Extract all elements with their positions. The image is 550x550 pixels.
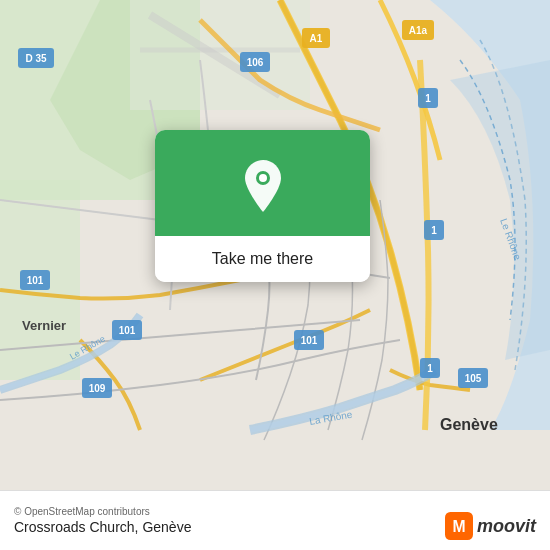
svg-text:106: 106: [247, 57, 264, 68]
svg-text:105: 105: [465, 373, 482, 384]
svg-text:A1: A1: [310, 33, 323, 44]
svg-text:Vernier: Vernier: [22, 318, 66, 333]
svg-text:1: 1: [425, 93, 431, 104]
bottom-bar: © OpenStreetMap contributors Crossroads …: [0, 490, 550, 550]
svg-text:1: 1: [431, 225, 437, 236]
take-me-there-button[interactable]: Take me there: [155, 236, 370, 282]
svg-text:A1a: A1a: [409, 25, 428, 36]
svg-text:101: 101: [301, 335, 318, 346]
moovit-text: moovit: [477, 516, 536, 537]
svg-text:D 35: D 35: [25, 53, 47, 64]
svg-text:Genève: Genève: [440, 416, 498, 433]
popup-green-area: [155, 130, 370, 236]
svg-text:109: 109: [89, 383, 106, 394]
svg-text:101: 101: [119, 325, 136, 336]
svg-text:1: 1: [427, 363, 433, 374]
popup-card: Take me there: [155, 130, 370, 282]
svg-point-37: [259, 174, 267, 182]
moovit-logo: M moovit: [445, 512, 536, 540]
svg-text:101: 101: [27, 275, 44, 286]
moovit-icon: M: [445, 512, 473, 540]
map-container[interactable]: D 35 A1 A1a 106 101 101 101 109 1 1 1 10…: [0, 0, 550, 490]
location-pin-icon: [239, 158, 287, 214]
svg-text:M: M: [452, 518, 465, 535]
